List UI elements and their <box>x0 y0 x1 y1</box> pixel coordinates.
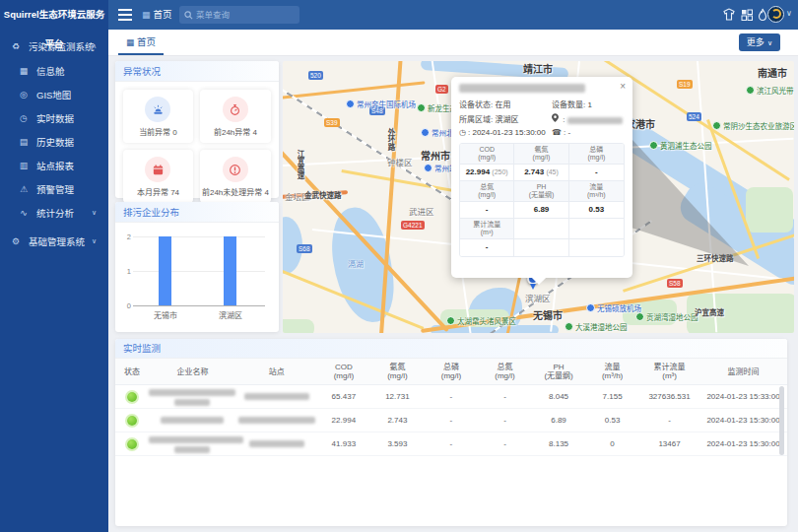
map-label-district: 滨湖区 <box>525 292 551 303</box>
bar-chart: 2 1 0 无锡市 滨湖区 <box>115 223 279 332</box>
panel-title: 异常状况 <box>115 61 279 82</box>
bar-wuxi <box>159 236 171 305</box>
map-label-poi: 常阴沙生态农业旅游区 <box>712 120 794 131</box>
x-category: 无锡市 <box>144 309 187 320</box>
popup-metrics-table: COD(mg/l) 氨氮(mg/l) 总磷(mg/l) 22.994 (250)… <box>459 143 625 257</box>
sidebar-item-realtime-data[interactable]: ◷实时数据 <box>0 106 108 130</box>
route-badge: G4221 <box>401 221 425 230</box>
sidebar-item-alert-management[interactable]: ⚠预警管理 <box>0 177 108 201</box>
clock-icon: ◷ <box>18 113 30 123</box>
map-label-road: 江宜高速 <box>295 150 305 179</box>
tab-home[interactable]: ▦首页 <box>118 30 164 55</box>
map-label-airport: 无锡硕放机场 <box>586 302 641 313</box>
menu-collapse-icon[interactable] <box>118 9 132 21</box>
tabbar: ▦首页 更多∨ <box>108 30 798 56</box>
chevron-down-icon: ∨ <box>767 39 772 46</box>
grid-icon: ▦ <box>142 10 151 20</box>
route-badge: 524 <box>687 112 701 121</box>
calendar-icon <box>152 164 165 176</box>
alert-circle-icon <box>229 164 241 176</box>
redacted-station-name <box>236 416 317 425</box>
map-green-area <box>283 319 314 333</box>
map-label-road: 外环路 <box>385 128 396 151</box>
card-24h-unhandled: 前24h未处理异常 4 <box>200 150 271 203</box>
clock-icon: ◷ <box>459 128 466 137</box>
sidebar: ♻ 污染源监测系统 ∧ ▦信息舱 ◎GIS地图 ◷实时数据 ▤历史数据 ▥站点报… <box>0 30 108 532</box>
search-input[interactable] <box>196 10 295 20</box>
map-label-city: 无锡市 <box>533 307 563 322</box>
route-badge: S39 <box>324 118 340 127</box>
redacted-company-name <box>149 416 236 425</box>
table-scrollbar[interactable] <box>779 386 784 455</box>
y-tick: 2 <box>121 233 131 241</box>
redacted-company-name <box>459 84 585 93</box>
search-icon <box>184 11 193 20</box>
table-row[interactable]: 65.437 12.731 - - 8.045 7.155 327636.531… <box>115 385 787 409</box>
user-avatar[interactable] <box>767 6 784 23</box>
map-label-poi: 滨江风光带 <box>746 85 794 96</box>
map-label-district: 武进区 <box>409 205 434 217</box>
device-region-value: 滨湖区 <box>495 115 518 124</box>
map-label-city: 南通市 <box>758 65 787 80</box>
map-label-city: 靖江市 <box>523 61 553 76</box>
chevron-up-icon: ∧ <box>92 42 97 50</box>
app-logo: Squirrel生态环境云服务平台 <box>0 0 108 30</box>
map-label-poi: 太湖鼋头渚风景区 <box>446 315 516 326</box>
sidebar-item-info-cabin[interactable]: ▦信息舱 <box>0 59 108 83</box>
layout-switch-icon[interactable] <box>740 8 754 22</box>
map-label-poi: 黄泗浦生态公园 <box>649 140 712 151</box>
chevron-down-icon: ∨ <box>92 209 97 217</box>
sidebar-section-basic[interactable]: ⚙ 基础管理系统 ∨ <box>0 229 108 254</box>
map-label-poi: 贡湖湾湿地公园 <box>635 311 698 322</box>
redacted-station-name <box>236 392 317 401</box>
table-row[interactable]: 22.994 2.743 - - 6.89 0.53 - 2024-01-23 … <box>115 409 787 432</box>
device-count-value: 1 <box>588 100 592 109</box>
card-current-abnormal: 当前异常 0 <box>123 90 193 143</box>
app-root: Squirrel生态环境云服务平台 ▦首页 ∨ ♻ 污染源监测系统 ∧ <box>0 0 798 532</box>
stopwatch-icon <box>229 103 241 116</box>
more-button[interactable]: 更多∨ <box>739 33 780 51</box>
redacted-address <box>567 117 623 124</box>
bar-chart-icon: ▥ <box>18 161 30 170</box>
table-row[interactable]: 41.933 3.593 - - 8.135 0 13467 2024-01-2… <box>115 432 787 456</box>
status-dot-normal <box>127 416 137 426</box>
table-header-row: 状态 企业名称 站点 COD(mg/l) 氨氮(mg/l) 总磷(mg/l) 总… <box>115 359 787 385</box>
theme-skin-icon[interactable] <box>722 8 736 22</box>
device-phone-value: - <box>568 128 571 137</box>
map-label-lake: 滆湖 <box>348 258 364 269</box>
status-dot-normal <box>127 439 137 449</box>
compass-icon: ◎ <box>18 90 30 100</box>
menu-search[interactable] <box>179 6 299 24</box>
map-label-road: 金武快速路 <box>304 189 342 200</box>
map-highway <box>283 81 425 100</box>
card-24h-abnormal: 前24h异常 4 <box>200 90 271 143</box>
bar-binhu <box>224 236 236 305</box>
sidebar-item-gis-map[interactable]: ◎GIS地图 <box>0 83 108 106</box>
x-category: 滨湖区 <box>209 309 252 320</box>
user-menu-chevron-icon[interactable]: ∨ <box>786 9 792 18</box>
map-label-district: 钟楼区 <box>387 156 413 167</box>
route-badge: S68 <box>297 244 312 253</box>
enterprise-distribution-panel: 排污企业分布 2 1 0 无锡市 滨湖区 <box>115 202 279 332</box>
topbar-home-link[interactable]: ▦首页 <box>142 0 172 30</box>
device-status-value: 在用 <box>495 100 510 109</box>
siren-icon <box>152 103 165 116</box>
sidebar-item-station-report[interactable]: ▥站点报表 <box>0 154 108 177</box>
status-dot-normal <box>127 392 137 402</box>
realtime-monitor-panel: 实时监测 状态 企业名称 站点 COD(mg/l) 氨氮(mg/l) 总磷(mg… <box>115 339 787 526</box>
topbar: Squirrel生态环境云服务平台 ▦首页 ∨ <box>0 0 798 30</box>
map-label-road: 沪宜高速 <box>695 306 724 317</box>
abnormal-status-panel: 异常状况 当前异常 0 前24h异常 4 本月异常 74 <box>115 61 279 198</box>
sidebar-item-history-data[interactable]: ▤历史数据 <box>0 130 108 154</box>
sidebar-item-statistics[interactable]: ∿统计分析 ∨ <box>0 201 108 225</box>
location-pin-icon <box>552 113 559 122</box>
map-green-area <box>746 187 793 233</box>
route-badge: S58 <box>667 279 683 288</box>
route-badge: G2 <box>435 85 448 94</box>
panel-title: 实时监测 <box>115 339 787 359</box>
route-badge: 520 <box>308 71 323 80</box>
y-tick: 0 <box>121 301 131 310</box>
close-icon[interactable]: × <box>620 81 626 92</box>
map-label-poi: 大溪港湿地公园 <box>565 321 628 332</box>
card-month-abnormal: 本月异常 74 <box>123 150 193 203</box>
